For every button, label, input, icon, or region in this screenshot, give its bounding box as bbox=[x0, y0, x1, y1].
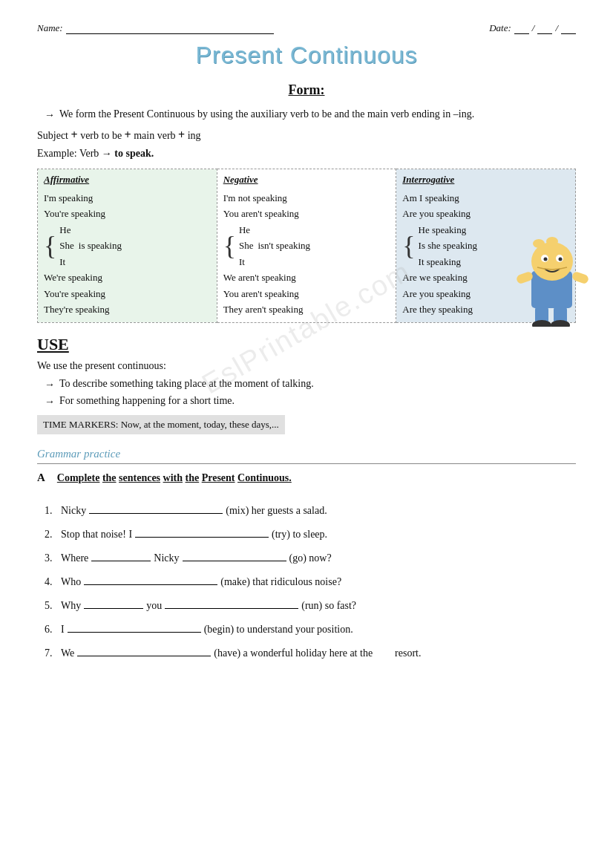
time-markers: TIME MARKERS: Now, at the moment, today,… bbox=[37, 415, 285, 434]
rule-bullet: → We form the Present Continuous by usin… bbox=[45, 108, 576, 121]
date-sep1: / bbox=[532, 22, 535, 34]
item-text: Who bbox=[61, 576, 81, 588]
svg-point-13 bbox=[551, 320, 570, 327]
list-item: I'm not speaking bbox=[223, 190, 390, 206]
use-bullet-2: → For something happening for a short ti… bbox=[45, 395, 576, 408]
list-item: Are you speaking bbox=[402, 206, 569, 221]
exercise-a-label: A bbox=[37, 471, 45, 484]
blank-field[interactable] bbox=[84, 597, 143, 609]
date-month[interactable] bbox=[537, 22, 552, 34]
brace-icon: { bbox=[402, 232, 415, 259]
item-text: Nicky bbox=[154, 552, 179, 564]
grammar-practice-text: Grammar practice bbox=[37, 448, 576, 460]
item-num: 6. bbox=[45, 624, 58, 636]
exercise-a-header: A Complete the sentences with the Presen… bbox=[37, 471, 576, 495]
name-date-row: Name: Date: / / bbox=[37, 22, 576, 34]
exercise-item-1: 1. Nicky (mix) her guests a salad. bbox=[45, 502, 576, 517]
blank-field[interactable] bbox=[165, 597, 298, 609]
exercise-item-5: 5. Why you (run) so fast? bbox=[45, 597, 576, 612]
bracket-items-neg: He She It bbox=[239, 222, 254, 270]
list-item: You aren't speaking bbox=[223, 206, 390, 221]
date-day[interactable] bbox=[514, 22, 529, 34]
blank-field[interactable] bbox=[183, 549, 286, 561]
item-text: (go) now? bbox=[289, 552, 332, 564]
list-item: I'm speaking bbox=[44, 190, 211, 206]
blank-field[interactable] bbox=[91, 549, 151, 561]
list-item: Is she speaking bbox=[419, 238, 477, 253]
list-item: isn't speaking bbox=[258, 238, 310, 253]
date-year[interactable] bbox=[561, 22, 576, 34]
blank-field[interactable] bbox=[89, 502, 223, 514]
list-item: You're speaking bbox=[44, 286, 211, 301]
item-num: 3. bbox=[45, 552, 58, 564]
bracket-items-int: He speaking Is she speaking It speaking bbox=[419, 222, 477, 270]
svg-point-3 bbox=[546, 237, 558, 246]
list-item: You're speaking bbox=[44, 206, 211, 221]
date-label: Date: bbox=[489, 22, 511, 34]
homer-image bbox=[517, 230, 591, 327]
arrow-icon: → bbox=[45, 379, 55, 391]
brace-icon: { bbox=[223, 232, 236, 259]
example-arrow: → bbox=[102, 148, 112, 159]
example-prefix: Example: Verb bbox=[37, 148, 102, 159]
item-text: (begin) to understand your position. bbox=[204, 624, 353, 636]
list-item: He bbox=[239, 222, 254, 238]
item-num: 7. bbox=[45, 647, 58, 659]
example-verb: to speak. bbox=[114, 148, 154, 159]
form-heading: Form: bbox=[37, 82, 576, 98]
grammar-practice-label: Grammar practice bbox=[37, 448, 576, 460]
list-item: Am I speaking bbox=[402, 190, 569, 206]
bracket-group-neg: { He She It isn't speaking bbox=[223, 222, 390, 270]
affirmative-entries: I'm speaking You're speaking { He She It… bbox=[44, 190, 211, 318]
list-item: They aren't speaking bbox=[223, 301, 390, 317]
svg-point-2 bbox=[533, 239, 545, 248]
exercise-a-title: Complete the sentences with the Present … bbox=[57, 472, 292, 484]
list-item: You aren't speaking bbox=[223, 286, 390, 301]
name-field[interactable] bbox=[66, 22, 274, 34]
list-item: We're speaking bbox=[44, 270, 211, 285]
use-section: USE We use the present continuous: → To … bbox=[37, 335, 576, 442]
negative-header: Negative bbox=[223, 174, 390, 186]
example-line: Example: Verb → to speak. bbox=[37, 148, 576, 160]
blank-field[interactable] bbox=[77, 645, 211, 656]
exercise-item-2: 2. Stop that noise! I (try) to sleep. bbox=[45, 526, 576, 541]
item-text: I bbox=[61, 624, 65, 636]
svg-point-12 bbox=[532, 320, 551, 327]
interrogative-header: Interrogative bbox=[402, 174, 569, 186]
item-text: (try) to sleep. bbox=[272, 529, 327, 541]
blank-field[interactable] bbox=[135, 526, 269, 538]
item-text: (mix) her guests a salad. bbox=[226, 505, 327, 517]
list-item: It bbox=[59, 254, 74, 270]
item-num: 2. bbox=[45, 529, 58, 541]
use-bullet-1: → To describe something taking place at … bbox=[45, 378, 576, 391]
affirmative-header: Affirmative bbox=[44, 174, 211, 186]
main-title: Present Continuous bbox=[37, 42, 576, 69]
item-text: We bbox=[61, 647, 74, 659]
affirmative-col: Affirmative I'm speaking You're speaking… bbox=[38, 169, 217, 323]
item-text: Stop that noise! I bbox=[61, 529, 132, 541]
item-text: (make) that ridiculous noise? bbox=[220, 576, 341, 588]
exercise-item-6: 6. I (begin) to understand your position… bbox=[45, 621, 576, 636]
list-item: We aren't speaking bbox=[223, 270, 390, 285]
item-num: 1. bbox=[45, 505, 58, 517]
list-item: She bbox=[239, 238, 254, 253]
list-item: It speaking bbox=[419, 254, 477, 270]
svg-rect-9 bbox=[571, 271, 590, 285]
use-bullets: → To describe something taking place at … bbox=[37, 378, 576, 408]
svg-point-6 bbox=[544, 258, 548, 261]
blank-field[interactable] bbox=[84, 573, 217, 585]
negative-entries: I'm not speaking You aren't speaking { H… bbox=[223, 190, 390, 318]
list-item: He bbox=[59, 222, 74, 238]
item-text: (run) so fast? bbox=[301, 600, 356, 612]
formula-line: Subject + verb to be + main verb + ing bbox=[37, 128, 576, 142]
rule-text: We form the Present Continuous by using … bbox=[59, 108, 474, 120]
divider bbox=[37, 463, 576, 464]
date-line: Date: / / bbox=[489, 22, 576, 34]
blank-field[interactable] bbox=[68, 621, 201, 633]
rule-block: → We form the Present Continuous by usin… bbox=[37, 108, 576, 121]
arrow-icon: → bbox=[45, 109, 55, 121]
item-num: 5. bbox=[45, 600, 58, 612]
use-heading: USE bbox=[37, 335, 576, 354]
bracket-group-aff: { He She It is speaking bbox=[44, 222, 211, 270]
svg-point-7 bbox=[559, 258, 563, 261]
